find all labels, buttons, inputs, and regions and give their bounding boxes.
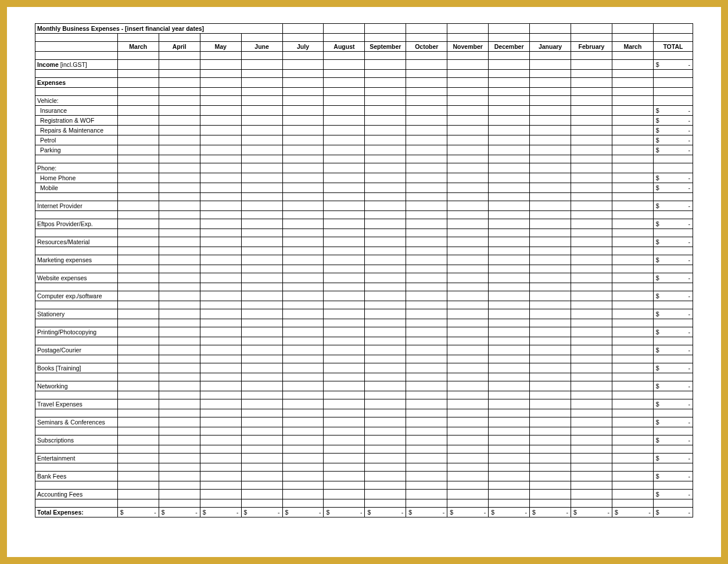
empty-cell bbox=[159, 211, 200, 219]
empty-cell bbox=[612, 273, 653, 283]
empty-cell bbox=[241, 96, 282, 106]
empty-cell bbox=[282, 193, 324, 201]
money-cell: $- bbox=[653, 508, 693, 517]
empty-cell bbox=[489, 291, 530, 301]
blank-label bbox=[35, 283, 118, 291]
table-row: Subscriptions$- bbox=[35, 436, 693, 445]
empty-cell bbox=[612, 499, 653, 508]
empty-cell bbox=[200, 88, 241, 96]
empty-cell bbox=[612, 436, 653, 445]
empty-cell bbox=[653, 319, 693, 327]
table-row bbox=[35, 481, 693, 490]
empty-cell bbox=[324, 237, 365, 247]
empty-cell bbox=[406, 255, 447, 265]
col-month: June bbox=[241, 42, 282, 52]
empty-cell bbox=[200, 481, 241, 490]
empty-cell bbox=[447, 247, 489, 255]
empty-cell bbox=[159, 481, 200, 490]
empty-cell bbox=[200, 273, 241, 283]
empty-cell bbox=[200, 391, 241, 399]
totals-label: Total Expenses: bbox=[35, 508, 118, 517]
row-label: Insurance bbox=[35, 106, 118, 116]
empty-cell bbox=[530, 135, 571, 145]
table-row bbox=[35, 427, 693, 436]
empty-cell bbox=[530, 116, 571, 126]
empty-cell bbox=[324, 52, 365, 60]
empty-cell bbox=[612, 472, 653, 481]
empty-cell bbox=[117, 96, 159, 106]
empty-cell bbox=[117, 381, 159, 391]
empty-cell bbox=[530, 355, 571, 363]
row-label: Eftpos Provider/Exp. bbox=[35, 219, 118, 229]
empty-cell bbox=[241, 155, 282, 163]
empty-cell bbox=[447, 78, 489, 88]
empty-cell bbox=[365, 363, 406, 373]
empty-cell bbox=[571, 96, 612, 106]
empty-cell bbox=[200, 345, 241, 355]
empty-cell bbox=[282, 237, 324, 247]
empty-cell bbox=[571, 88, 612, 96]
empty-cell bbox=[241, 436, 282, 445]
empty-cell bbox=[324, 319, 365, 327]
money-cell: $- bbox=[653, 363, 693, 373]
empty-cell bbox=[447, 193, 489, 201]
table-row: Postage/Courier$- bbox=[35, 345, 693, 355]
empty-cell bbox=[324, 417, 365, 427]
table-row: Stationery$- bbox=[35, 309, 693, 319]
empty-cell bbox=[365, 436, 406, 445]
empty-cell bbox=[200, 116, 241, 126]
empty-cell bbox=[447, 363, 489, 373]
empty-cell bbox=[200, 301, 241, 309]
empty-cell bbox=[447, 211, 489, 219]
empty-cell bbox=[117, 135, 159, 145]
empty-cell bbox=[571, 116, 612, 126]
empty-cell bbox=[447, 173, 489, 183]
empty-cell bbox=[159, 363, 200, 373]
table-row: Petrol$- bbox=[35, 135, 693, 145]
row-label: Website expenses bbox=[35, 273, 118, 283]
blank-label bbox=[35, 481, 118, 490]
empty-cell bbox=[489, 255, 530, 265]
empty-cell bbox=[241, 291, 282, 301]
empty-cell bbox=[571, 319, 612, 327]
empty-cell bbox=[571, 301, 612, 309]
empty-cell bbox=[241, 481, 282, 490]
empty-cell bbox=[365, 126, 406, 135]
empty-cell bbox=[447, 201, 489, 211]
empty-cell bbox=[406, 163, 447, 173]
empty-cell bbox=[324, 173, 365, 183]
empty-cell bbox=[324, 454, 365, 463]
empty-cell bbox=[241, 211, 282, 219]
empty-cell bbox=[282, 201, 324, 211]
empty-cell bbox=[612, 309, 653, 319]
empty-cell bbox=[571, 283, 612, 291]
empty-cell bbox=[530, 155, 571, 163]
empty-cell bbox=[571, 499, 612, 508]
empty-cell bbox=[530, 391, 571, 399]
empty-cell bbox=[612, 399, 653, 409]
row-label: Books [Training] bbox=[35, 363, 118, 373]
empty-cell bbox=[282, 327, 324, 337]
empty-cell bbox=[200, 247, 241, 255]
empty-cell bbox=[365, 373, 406, 381]
empty-cell bbox=[159, 409, 200, 417]
empty-cell bbox=[200, 201, 241, 211]
empty-cell bbox=[612, 363, 653, 373]
empty-cell bbox=[406, 106, 447, 116]
empty-cell bbox=[612, 381, 653, 391]
empty-cell bbox=[571, 247, 612, 255]
money-cell: $- bbox=[653, 173, 693, 183]
section-header: Expenses bbox=[35, 78, 118, 88]
empty-cell bbox=[653, 193, 693, 201]
table-row bbox=[35, 463, 693, 472]
empty-cell bbox=[282, 52, 324, 60]
empty-cell bbox=[282, 445, 324, 454]
blank-label bbox=[35, 373, 118, 381]
empty-cell bbox=[117, 126, 159, 135]
sheet-title: Monthly Business Expenses - [insert fina… bbox=[35, 24, 283, 34]
empty-cell bbox=[406, 309, 447, 319]
table-row bbox=[35, 445, 693, 454]
empty-cell bbox=[117, 52, 159, 60]
empty-cell bbox=[200, 96, 241, 106]
table-row bbox=[35, 52, 693, 60]
